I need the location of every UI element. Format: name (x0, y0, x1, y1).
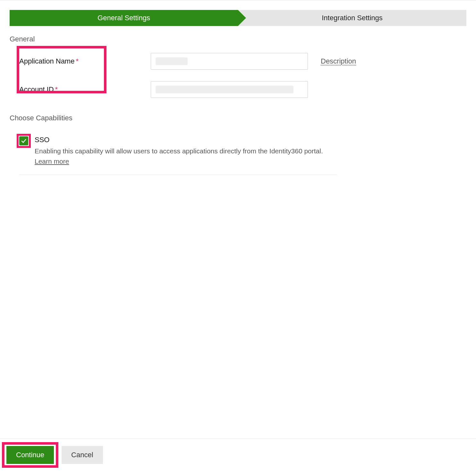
application-name-label: Application Name * (19, 57, 138, 65)
capability-sso-checkbox[interactable] (19, 136, 28, 145)
description-link[interactable]: Description (321, 57, 356, 65)
capability-sso-title: SSO (35, 136, 337, 144)
label-text: Application Name (19, 57, 74, 65)
capability-sso-desc-text: Enabling this capability will allow user… (35, 147, 323, 155)
capability-sso-description: Enabling this capability will allow user… (35, 146, 337, 166)
checkmark-icon (21, 138, 27, 144)
redacted-value (156, 86, 293, 93)
section-heading-capabilities: Choose Capabilities (10, 114, 466, 122)
section-heading-general: General (10, 35, 466, 43)
cancel-button[interactable]: Cancel (62, 446, 103, 464)
step-general-settings[interactable]: General Settings (10, 10, 238, 26)
learn-more-link[interactable]: Learn more (35, 158, 69, 165)
step-integration-settings[interactable]: Integration Settings (238, 10, 466, 26)
capability-sso-row: SSO Enabling this capability will allow … (19, 132, 337, 175)
account-id-field-wrap (151, 81, 308, 98)
footer-bar: Continue Cancel (0, 439, 476, 471)
account-id-input[interactable] (151, 81, 308, 98)
required-indicator-icon: * (76, 57, 79, 65)
step-label: General Settings (98, 14, 150, 22)
label-text: Account ID (19, 85, 54, 94)
application-name-field-wrap (151, 53, 308, 70)
general-form: Application Name * Description Account I… (19, 53, 466, 98)
redacted-value (156, 57, 188, 65)
account-id-label: Account ID * (19, 85, 138, 94)
step-label: Integration Settings (322, 14, 383, 22)
required-indicator-icon: * (55, 85, 58, 94)
continue-button[interactable]: Continue (6, 446, 54, 464)
wizard-steps: General Settings Integration Settings (10, 10, 466, 26)
application-name-input[interactable] (151, 53, 308, 70)
capability-sso-checkbox-wrap (19, 136, 28, 145)
